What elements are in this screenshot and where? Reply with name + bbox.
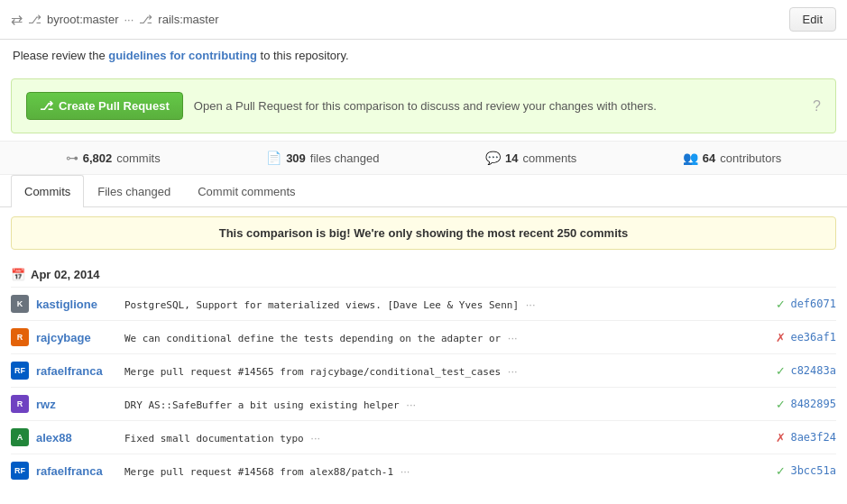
create-pr-label: Create Pull Request	[59, 99, 170, 113]
commits-count: 6,802	[83, 151, 113, 165]
avatar: A	[11, 428, 29, 446]
compare-icon: ⇄	[11, 11, 23, 28]
commit-row: K kastiglione PostgreSQL, Support for ma…	[11, 287, 836, 320]
help-icon[interactable]: ?	[813, 98, 821, 115]
commit-hash[interactable]: c82483a	[790, 364, 836, 377]
avatar: R	[11, 328, 29, 346]
commit-message: Fixed small documentation typo ···	[124, 431, 769, 444]
commit-expand-dots[interactable]: ···	[310, 431, 320, 444]
check-icon: ✓	[776, 398, 786, 411]
check-icon: ✓	[776, 464, 786, 478]
files-icon: 📄	[266, 151, 281, 165]
comments-count: 14	[505, 151, 518, 165]
contributors-icon: 👥	[683, 151, 698, 165]
guidelines-link[interactable]: guidelines for contributing	[108, 49, 257, 62]
create-pr-description: Open a Pull Request for this comparison …	[194, 99, 802, 113]
commit-expand-dots[interactable]: ···	[400, 464, 410, 478]
commit-hash-area: ✗ 8ae3f24	[776, 431, 836, 444]
stat-files: 📄 309 files changed	[266, 151, 379, 165]
commits-section: 📅 Apr 02, 2014 K kastiglione PostgreSQL,…	[0, 259, 847, 487]
avatar: K	[11, 295, 29, 313]
commit-message: DRY AS::SafeBuffer a bit using existing …	[124, 398, 769, 411]
commit-expand-dots[interactable]: ···	[406, 398, 416, 411]
commit-message: Merge pull request #14565 from rajcybage…	[124, 364, 769, 378]
check-icon: ✓	[776, 298, 786, 311]
commit-row: R rajcybage We can conditional define th…	[11, 320, 836, 353]
big-compare-notice: This comparison is big! We're only showi…	[11, 216, 836, 250]
tabs-bar: Commits Files changed Commit comments	[0, 175, 847, 207]
notice-text-after: to this repository.	[261, 49, 349, 62]
files-label: files changed	[310, 151, 380, 165]
commit-hash[interactable]: 8482895	[790, 398, 836, 410]
create-pr-section: ⎇ Create Pull Request Open a Pull Reques…	[11, 78, 836, 133]
dots-separator: ···	[124, 13, 133, 26]
branch-icon-to: ⎇	[139, 13, 152, 26]
tab-commit-comments[interactable]: Commit comments	[184, 175, 308, 207]
commit-message: Merge pull request #14568 from alex88/pa…	[124, 464, 769, 478]
calendar-icon: 📅	[11, 268, 25, 281]
comments-label: comments	[522, 151, 576, 165]
pr-icon: ⎇	[40, 99, 53, 113]
notice-text: Please review the	[13, 49, 108, 62]
contributors-label: contributors	[720, 151, 781, 165]
branch-icon-from: ⎇	[28, 13, 41, 26]
edit-button[interactable]: Edit	[789, 7, 836, 32]
stats-bar: ⊶ 6,802 commits 📄 309 files changed 💬 14…	[0, 141, 847, 175]
commit-expand-dots[interactable]: ···	[508, 364, 518, 378]
stat-comments: 💬 14 comments	[485, 151, 576, 165]
commit-hash[interactable]: def6071	[790, 298, 836, 310]
tab-files-changed[interactable]: Files changed	[84, 175, 184, 207]
commit-author[interactable]: rajcybage	[36, 331, 117, 344]
commit-message: We can conditional define the tests depe…	[124, 331, 769, 344]
branch-info: ⇄ ⎇ byroot:master ··· ⎇ rails:master	[11, 11, 219, 28]
top-bar: ⇄ ⎇ byroot:master ··· ⎇ rails:master Edi…	[0, 0, 847, 40]
check-icon: ✓	[776, 364, 786, 378]
from-branch: byroot:master	[47, 13, 118, 26]
commits-list: K kastiglione PostgreSQL, Support for ma…	[11, 287, 836, 487]
create-pr-button[interactable]: ⎇ Create Pull Request	[26, 92, 183, 120]
to-branch: rails:master	[158, 13, 218, 26]
date-label: Apr 02, 2014	[31, 268, 100, 281]
avatar: RF	[11, 462, 29, 480]
cross-icon: ✗	[776, 431, 786, 444]
commit-hash-area: ✗ ee36af1	[776, 331, 836, 344]
commit-hash[interactable]: 8ae3f24	[790, 431, 836, 444]
commits-icon: ⊶	[66, 151, 78, 165]
commit-expand-dots[interactable]: ···	[508, 331, 518, 344]
commit-author[interactable]: rafaelfranca	[36, 464, 117, 478]
stat-commits: ⊶ 6,802 commits	[66, 151, 161, 165]
commit-author[interactable]: kastiglione	[36, 298, 117, 311]
cross-icon: ✗	[776, 331, 786, 344]
stat-contributors: 👥 64 contributors	[683, 151, 781, 165]
tab-commits[interactable]: Commits	[11, 175, 84, 207]
commit-message: PostgreSQL, Support for materialized vie…	[124, 298, 769, 311]
commits-label: commits	[116, 151, 160, 165]
commit-row: R rwz DRY AS::SafeBuffer a bit using exi…	[11, 387, 836, 420]
avatar: RF	[11, 362, 29, 380]
commit-hash-area: ✓ 8482895	[776, 398, 836, 411]
files-count: 309	[286, 151, 306, 165]
commit-hash-area: ✓ 3bcc51a	[776, 464, 836, 478]
commit-hash[interactable]: ee36af1	[790, 331, 836, 344]
big-notice-text: This comparison is big! We're only showi…	[219, 226, 629, 240]
commit-hash[interactable]: 3bcc51a	[790, 464, 836, 477]
commit-hash-area: ✓ def6071	[776, 298, 836, 311]
comments-icon: 💬	[485, 151, 501, 165]
commit-row: RF rafaelfranca Merge pull request #1456…	[11, 353, 836, 387]
commit-author[interactable]: rafaelfranca	[36, 364, 117, 378]
contributors-count: 64	[703, 151, 715, 165]
commit-hash-area: ✓ c82483a	[776, 364, 836, 378]
commit-author[interactable]: rwz	[36, 398, 117, 411]
commit-row: RF rafaelfranca Merge pull request #1456…	[11, 454, 836, 487]
notice-bar: Please review the guidelines for contrib…	[0, 40, 847, 71]
commit-expand-dots[interactable]: ···	[526, 298, 536, 311]
date-header: 📅 Apr 02, 2014	[11, 259, 836, 287]
commit-author[interactable]: alex88	[36, 431, 117, 444]
commit-row: A alex88 Fixed small documentation typo …	[11, 420, 836, 454]
avatar: R	[11, 395, 29, 413]
